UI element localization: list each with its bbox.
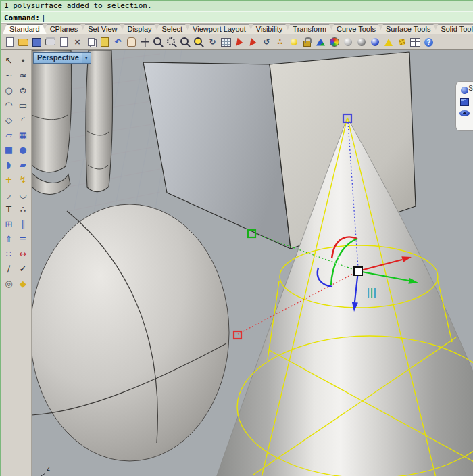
gumball-menu-icon[interactable] (368, 288, 376, 298)
tab-visibility[interactable]: Visibility (249, 24, 290, 34)
solid-box-icon[interactable] (460, 98, 469, 106)
layer-grid-icon[interactable] (220, 37, 232, 48)
tab-standard[interactable]: Standard (3, 24, 47, 34)
gumball-origin-handle[interactable] (354, 267, 362, 275)
save-file-icon[interactable] (31, 37, 43, 48)
menu-tab-bar: StandardCPlanesSet ViewDisplaySelectView… (1, 23, 473, 34)
shaded-display-icon[interactable] (315, 37, 326, 48)
command-history-line: 1 polysurface added to selection. (1, 1, 473, 11)
render-notify-cone-icon[interactable] (382, 37, 394, 48)
open-file-icon[interactable] (18, 37, 29, 48)
tab-solid-tools[interactable]: Solid Tools (434, 24, 473, 34)
hatch-icon[interactable]: ≡ (17, 233, 30, 245)
fillet-curves-icon[interactable]: ◞ (3, 188, 16, 200)
tab-select[interactable]: Select (155, 24, 190, 34)
tab-cplanes[interactable]: CPlanes (43, 24, 85, 34)
solid-tools-flyout: S (455, 81, 473, 131)
undo-view-change-icon[interactable]: ↺ (261, 37, 272, 48)
polygon-icon[interactable]: ◇ (3, 114, 16, 126)
curve-interpolate-icon[interactable]: ≈ (17, 69, 30, 81)
named-cplanes-icon[interactable]: ∴ (274, 37, 286, 48)
rectangular-array-icon[interactable]: ∷ (3, 247, 16, 260)
tab-transform[interactable]: Transform (286, 24, 333, 34)
undo-icon[interactable]: ↶ (112, 37, 124, 48)
render-sphere-blue-icon[interactable] (369, 37, 380, 48)
render-preview-sphere-icon[interactable] (342, 37, 353, 48)
viewport-layout-icon[interactable] (409, 37, 421, 48)
explode-icon[interactable]: ↯ (17, 173, 30, 185)
arc-icon[interactable]: ◠ (3, 99, 16, 111)
sphere-object[interactable] (32, 204, 229, 461)
standard-toolbar: ×↶↻↺∴ (1, 34, 473, 50)
single-point-icon[interactable]: • (17, 54, 30, 66)
zoom-icon[interactable] (153, 37, 164, 48)
cplane-next-icon[interactable] (247, 37, 259, 48)
group-objects-icon[interactable]: ⊞ (3, 218, 16, 230)
options-gear-icon[interactable] (396, 37, 407, 48)
surface-from-network-icon[interactable]: ▦ (17, 128, 30, 141)
check-point-icon[interactable]: ✓ (17, 262, 30, 275)
plane-surface-icon[interactable]: ▰ (17, 158, 30, 170)
dimension-icon[interactable]: ↔ (17, 247, 30, 260)
shell-icon[interactable]: ◎ (3, 277, 16, 289)
zoom-dynamic-icon[interactable] (180, 37, 191, 48)
world-axis-z-label: z (47, 465, 50, 472)
cplane-previous-icon[interactable] (234, 37, 245, 48)
rendered-display-icon[interactable] (328, 37, 340, 48)
delete-icon[interactable]: × (72, 37, 83, 48)
curve-control-points-icon[interactable]: ~ (3, 69, 16, 81)
command-prompt[interactable]: Command:| (1, 11, 473, 23)
zoom-window-icon[interactable] (166, 37, 178, 48)
boolean-union-icon[interactable]: + (3, 173, 16, 185)
render-sphere-dark-icon[interactable] (355, 37, 367, 48)
rectangle-icon[interactable]: ▭ (17, 99, 30, 111)
solid-tube-icon[interactable]: ◗ (3, 158, 16, 170)
mirror-icon[interactable]: ∥ (17, 218, 30, 230)
text-object-icon[interactable]: T (3, 203, 16, 215)
rotate-view-icon[interactable]: ↻ (207, 37, 218, 48)
paste-from-clipboard-icon[interactable] (99, 37, 110, 48)
ellipse-icon[interactable]: ⊜ (17, 84, 30, 96)
zoom-selected-icon[interactable] (193, 37, 205, 48)
point-cloud-icon[interactable]: ∴ (17, 203, 30, 215)
material-icon[interactable]: ◆ (17, 277, 30, 289)
rhino-window: 1 polysurface added to selection. Comman… (0, 0, 473, 476)
tab-surface-tools[interactable]: Surface Tools (379, 24, 437, 34)
select-cursor-icon[interactable]: ↖ (3, 54, 16, 66)
command-label: Command: (4, 14, 40, 22)
viewport-title: Perspective (34, 53, 82, 63)
conic-curve-icon[interactable]: ◜ (17, 114, 30, 126)
viewport-title-tab[interactable]: Perspective ▼ (33, 52, 91, 64)
perspective-viewport[interactable]: Perspective ▼ (32, 50, 473, 476)
scene-canvas[interactable]: z (32, 50, 473, 476)
extrude-icon[interactable]: ⇑ (3, 233, 16, 245)
solid-box-icon[interactable]: ■ (3, 143, 16, 156)
new-document-icon[interactable] (4, 37, 16, 48)
tab-viewport-layout[interactable]: Viewport Layout (186, 24, 253, 34)
lock-objects-icon[interactable] (301, 37, 313, 48)
tab-curve-tools[interactable]: Curve Tools (330, 24, 382, 34)
blend-curves-icon[interactable]: ◡ (17, 188, 30, 200)
flyout-label: S (468, 85, 473, 92)
viewport-menu-dropdown[interactable]: ▼ (82, 53, 91, 63)
print-icon[interactable] (45, 37, 56, 48)
solid-sphere-icon[interactable] (461, 87, 468, 94)
surface-from-points-icon[interactable]: ▱ (3, 128, 16, 141)
export-selected-icon[interactable] (58, 37, 70, 48)
tool-sidebar: ↖•~≈○⊜◠▭◇◜▱▦■●◗▰+↯◞◡T∴⊞∥⇑≡∷↔∕✓◎◆ (1, 50, 32, 476)
command-caret: | (41, 14, 46, 22)
copy-to-clipboard-icon[interactable] (85, 37, 97, 48)
circle-center-radius-icon[interactable]: ○ (3, 84, 16, 96)
tab-set-view[interactable]: Set View (81, 24, 124, 34)
move-view-icon[interactable] (139, 37, 151, 48)
layer-state-light-icon[interactable] (288, 37, 299, 48)
solid-sphere-icon[interactable]: ● (17, 143, 30, 156)
trim-icon[interactable]: ∕ (3, 262, 16, 275)
tab-display[interactable]: Display (120, 24, 158, 34)
help-icon[interactable] (423, 37, 434, 48)
solid-torus-icon[interactable] (459, 110, 470, 116)
pan-view-icon[interactable] (126, 37, 137, 48)
